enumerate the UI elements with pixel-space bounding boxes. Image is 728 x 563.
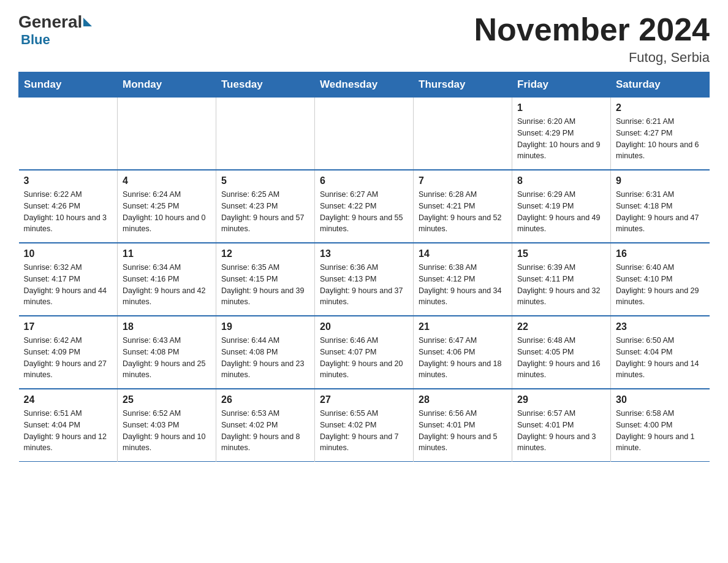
calendar-cell: 14Sunrise: 6:38 AMSunset: 4:12 PMDayligh… — [414, 243, 512, 316]
day-number: 10 — [24, 248, 113, 259]
day-info: Sunrise: 6:46 AMSunset: 4:07 PMDaylight:… — [320, 335, 408, 381]
calendar-week-row: 1Sunrise: 6:20 AMSunset: 4:29 PMDaylight… — [19, 98, 710, 170]
day-number: 30 — [616, 394, 705, 405]
calendar-table: Sunday Monday Tuesday Wednesday Thursday… — [18, 72, 710, 462]
calendar-cell: 10Sunrise: 6:32 AMSunset: 4:17 PMDayligh… — [19, 243, 118, 316]
calendar-body: 1Sunrise: 6:20 AMSunset: 4:29 PMDaylight… — [19, 98, 710, 462]
calendar-cell: 11Sunrise: 6:34 AMSunset: 4:16 PMDayligh… — [118, 243, 216, 316]
day-info: Sunrise: 6:22 AMSunset: 4:26 PMDaylight:… — [24, 189, 113, 235]
day-info: Sunrise: 6:48 AMSunset: 4:05 PMDaylight:… — [517, 335, 605, 381]
calendar-cell: 29Sunrise: 6:57 AMSunset: 4:01 PMDayligh… — [512, 389, 611, 462]
day-info: Sunrise: 6:53 AMSunset: 4:02 PMDaylight:… — [221, 408, 309, 454]
day-number: 17 — [24, 321, 113, 332]
day-number: 4 — [123, 175, 211, 186]
header-wednesday: Wednesday — [315, 72, 414, 98]
header-thursday: Thursday — [414, 72, 512, 98]
day-info: Sunrise: 6:51 AMSunset: 4:04 PMDaylight:… — [24, 408, 113, 454]
calendar-cell: 9Sunrise: 6:31 AMSunset: 4:18 PMDaylight… — [611, 170, 710, 243]
header-monday: Monday — [118, 72, 216, 98]
day-number: 9 — [616, 175, 705, 186]
day-number: 11 — [123, 248, 211, 259]
calendar-cell: 23Sunrise: 6:50 AMSunset: 4:04 PMDayligh… — [611, 316, 710, 389]
day-info: Sunrise: 6:40 AMSunset: 4:10 PMDaylight:… — [616, 262, 705, 308]
weekday-header-row: Sunday Monday Tuesday Wednesday Thursday… — [19, 72, 710, 98]
day-info: Sunrise: 6:57 AMSunset: 4:01 PMDaylight:… — [517, 408, 605, 454]
day-number: 16 — [616, 248, 705, 259]
day-number: 25 — [123, 394, 211, 405]
day-number: 15 — [517, 248, 605, 259]
day-info: Sunrise: 6:56 AMSunset: 4:01 PMDaylight:… — [419, 408, 507, 454]
day-info: Sunrise: 6:39 AMSunset: 4:11 PMDaylight:… — [517, 262, 605, 308]
day-info: Sunrise: 6:42 AMSunset: 4:09 PMDaylight:… — [24, 335, 113, 381]
day-info: Sunrise: 6:34 AMSunset: 4:16 PMDaylight:… — [123, 262, 211, 308]
day-info: Sunrise: 6:35 AMSunset: 4:15 PMDaylight:… — [221, 262, 309, 308]
day-info: Sunrise: 6:52 AMSunset: 4:03 PMDaylight:… — [123, 408, 211, 454]
day-number: 5 — [221, 175, 309, 186]
location-title: Futog, Serbia — [474, 50, 710, 66]
day-info: Sunrise: 6:27 AMSunset: 4:22 PMDaylight:… — [320, 189, 408, 235]
day-info: Sunrise: 6:25 AMSunset: 4:23 PMDaylight:… — [221, 189, 309, 235]
calendar-week-row: 24Sunrise: 6:51 AMSunset: 4:04 PMDayligh… — [19, 389, 710, 462]
day-info: Sunrise: 6:31 AMSunset: 4:18 PMDaylight:… — [616, 189, 705, 235]
day-info: Sunrise: 6:58 AMSunset: 4:00 PMDaylight:… — [616, 408, 705, 454]
day-number: 3 — [24, 175, 113, 186]
day-number: 19 — [221, 321, 309, 332]
day-number: 24 — [24, 394, 113, 405]
day-info: Sunrise: 6:21 AMSunset: 4:27 PMDaylight:… — [616, 116, 705, 162]
day-info: Sunrise: 6:28 AMSunset: 4:21 PMDaylight:… — [419, 189, 507, 235]
calendar-cell: 20Sunrise: 6:46 AMSunset: 4:07 PMDayligh… — [315, 316, 414, 389]
day-number: 13 — [320, 248, 408, 259]
day-number: 28 — [419, 394, 507, 405]
calendar-cell: 1Sunrise: 6:20 AMSunset: 4:29 PMDaylight… — [512, 98, 611, 170]
header-sunday: Sunday — [19, 72, 118, 98]
calendar-week-row: 17Sunrise: 6:42 AMSunset: 4:09 PMDayligh… — [19, 316, 710, 389]
calendar-cell: 4Sunrise: 6:24 AMSunset: 4:25 PMDaylight… — [118, 170, 216, 243]
day-number: 7 — [419, 175, 507, 186]
calendar-cell: 22Sunrise: 6:48 AMSunset: 4:05 PMDayligh… — [512, 316, 611, 389]
calendar-cell: 16Sunrise: 6:40 AMSunset: 4:10 PMDayligh… — [611, 243, 710, 316]
calendar-cell: 25Sunrise: 6:52 AMSunset: 4:03 PMDayligh… — [118, 389, 216, 462]
day-info: Sunrise: 6:43 AMSunset: 4:08 PMDaylight:… — [123, 335, 211, 381]
calendar-cell — [414, 98, 512, 170]
logo-general-text: General — [18, 12, 82, 32]
calendar-cell: 5Sunrise: 6:25 AMSunset: 4:23 PMDaylight… — [216, 170, 315, 243]
day-number: 23 — [616, 321, 705, 332]
month-title: November 2024 — [474, 12, 710, 47]
calendar-cell: 6Sunrise: 6:27 AMSunset: 4:22 PMDaylight… — [315, 170, 414, 243]
day-number: 27 — [320, 394, 408, 405]
day-number: 14 — [419, 248, 507, 259]
calendar-cell — [118, 98, 216, 170]
calendar-cell: 18Sunrise: 6:43 AMSunset: 4:08 PMDayligh… — [118, 316, 216, 389]
calendar-cell: 13Sunrise: 6:36 AMSunset: 4:13 PMDayligh… — [315, 243, 414, 316]
calendar-cell: 3Sunrise: 6:22 AMSunset: 4:26 PMDaylight… — [19, 170, 118, 243]
day-info: Sunrise: 6:38 AMSunset: 4:12 PMDaylight:… — [419, 262, 507, 308]
day-number: 21 — [419, 321, 507, 332]
calendar-cell: 17Sunrise: 6:42 AMSunset: 4:09 PMDayligh… — [19, 316, 118, 389]
calendar-cell: 21Sunrise: 6:47 AMSunset: 4:06 PMDayligh… — [414, 316, 512, 389]
calendar-cell: 28Sunrise: 6:56 AMSunset: 4:01 PMDayligh… — [414, 389, 512, 462]
day-number: 1 — [517, 102, 605, 113]
calendar-cell: 12Sunrise: 6:35 AMSunset: 4:15 PMDayligh… — [216, 243, 315, 316]
day-info: Sunrise: 6:36 AMSunset: 4:13 PMDaylight:… — [320, 262, 408, 308]
calendar-cell — [19, 98, 118, 170]
day-number: 8 — [517, 175, 605, 186]
day-info: Sunrise: 6:20 AMSunset: 4:29 PMDaylight:… — [517, 116, 605, 162]
calendar-cell — [216, 98, 315, 170]
day-number: 12 — [221, 248, 309, 259]
calendar-cell: 27Sunrise: 6:55 AMSunset: 4:02 PMDayligh… — [315, 389, 414, 462]
day-info: Sunrise: 6:50 AMSunset: 4:04 PMDaylight:… — [616, 335, 705, 381]
header-saturday: Saturday — [611, 72, 710, 98]
calendar-cell: 7Sunrise: 6:28 AMSunset: 4:21 PMDaylight… — [414, 170, 512, 243]
day-info: Sunrise: 6:29 AMSunset: 4:19 PMDaylight:… — [517, 189, 605, 235]
day-number: 20 — [320, 321, 408, 332]
title-area: November 2024 Futog, Serbia — [474, 12, 710, 66]
header-friday: Friday — [512, 72, 611, 98]
calendar-week-row: 3Sunrise: 6:22 AMSunset: 4:26 PMDaylight… — [19, 170, 710, 243]
day-number: 22 — [517, 321, 605, 332]
day-info: Sunrise: 6:32 AMSunset: 4:17 PMDaylight:… — [24, 262, 113, 308]
calendar-cell: 8Sunrise: 6:29 AMSunset: 4:19 PMDaylight… — [512, 170, 611, 243]
day-number: 18 — [123, 321, 211, 332]
day-info: Sunrise: 6:55 AMSunset: 4:02 PMDaylight:… — [320, 408, 408, 454]
calendar-cell: 19Sunrise: 6:44 AMSunset: 4:08 PMDayligh… — [216, 316, 315, 389]
day-info: Sunrise: 6:44 AMSunset: 4:08 PMDaylight:… — [221, 335, 309, 381]
